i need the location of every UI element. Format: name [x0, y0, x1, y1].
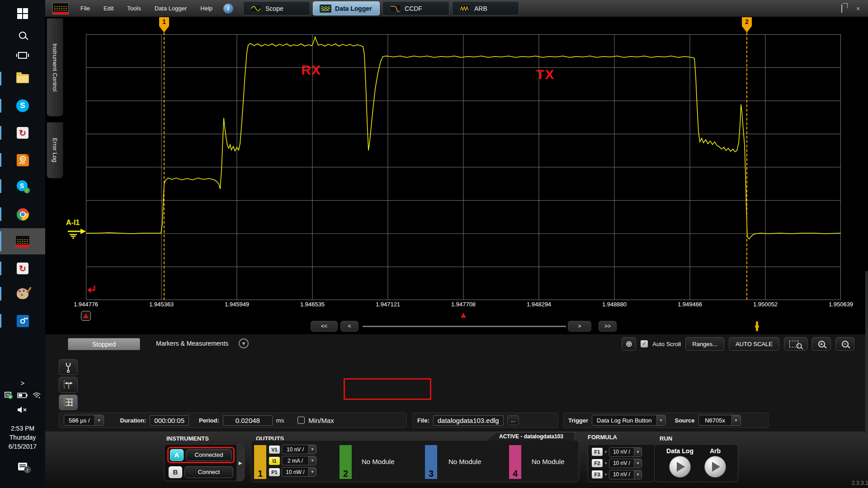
tab-error-log[interactable]: Error Log — [47, 122, 63, 178]
tab-ccdf[interactable]: CCDF — [382, 1, 449, 15]
taskbar-item-pdf-app[interactable]: GPDF — [0, 150, 45, 170]
taskbar-item-chrome[interactable] — [0, 204, 45, 224]
minmax-checkbox[interactable] — [297, 417, 305, 424]
ranges-button[interactable]: Ranges... — [685, 337, 724, 351]
waveform-plot[interactable] — [86, 34, 841, 300]
f3-scale-dropdown[interactable]: 10 nV /▼ — [609, 470, 642, 479]
instrument-a-button[interactable]: A — [170, 449, 184, 461]
i1-scale-dropdown[interactable]: 2 mA /▼ — [282, 456, 316, 465]
sync-app-icon: ↻ — [17, 263, 28, 274]
menu-tools[interactable]: Tools — [127, 5, 141, 12]
tab-scope[interactable]: Scope — [243, 1, 310, 15]
chevron-down-icon[interactable]: ▼ — [604, 450, 608, 454]
file-name-input[interactable]: datalogdata103.edlg — [433, 415, 504, 426]
taskbar-item-benchvue-active[interactable] — [0, 228, 45, 254]
menu-edit[interactable]: Edit — [104, 5, 113, 12]
tab-instrument-control[interactable]: Instrument Control — [47, 18, 63, 117]
markers-dropdown-button[interactable]: ▼ — [239, 338, 249, 348]
taskbar-item-sync-app-2[interactable]: ↻ — [0, 258, 45, 278]
scroll-far-left-button[interactable]: << — [311, 321, 338, 332]
play-icon — [712, 462, 720, 472]
p1-scale-dropdown[interactable]: 10 nW /▼ — [282, 467, 316, 477]
x-tick: 1.945949 — [217, 301, 257, 308]
taskbar-item-paint[interactable] — [0, 284, 45, 304]
table-view-button[interactable] — [59, 394, 78, 410]
chevron-down-icon: ▼ — [241, 341, 246, 346]
arb-run-button[interactable] — [704, 456, 726, 478]
period-input[interactable]: 0.02048 — [223, 415, 273, 426]
v1-scale-dropdown[interactable]: 10 nV /▼ — [282, 445, 316, 454]
menu-data-logger[interactable]: Data Logger — [155, 5, 187, 12]
tab-arb[interactable]: ARB — [452, 1, 519, 15]
chevron-down-icon: ▼ — [731, 415, 741, 425]
instrument-a-status-button[interactable]: Connected — [186, 449, 232, 461]
i1-tag: I1 — [269, 457, 280, 465]
data-log-run-button[interactable] — [669, 456, 691, 478]
chevron-down-icon: ▼ — [94, 415, 104, 425]
instrument-b-button[interactable]: B — [169, 466, 182, 478]
scroll-left-button[interactable]: < — [340, 321, 359, 332]
restore-button[interactable] — [838, 5, 845, 12]
start-button[interactable] — [0, 4, 45, 23]
x-tick: 1.947121 — [368, 301, 408, 308]
chevron-down-icon[interactable]: ▼ — [604, 473, 608, 477]
info-icon[interactable]: i — [223, 4, 233, 14]
dropbox-sync-icon[interactable] — [4, 391, 13, 399]
scope-waveform-icon — [250, 5, 262, 13]
duration-input[interactable]: 000:00:05 — [150, 415, 189, 426]
taskbar-item-file-explorer[interactable] — [0, 69, 45, 89]
data-log-label: Data Log — [666, 447, 693, 455]
f2-scale-dropdown[interactable]: 10 nV /▼ — [609, 459, 642, 468]
action-center-button[interactable]: 2 — [0, 463, 45, 470]
chevron-down-icon: ▼ — [308, 445, 316, 454]
annotation-rx: RX — [293, 62, 329, 78]
marker-settings-button[interactable] — [59, 359, 78, 375]
trace-name-label[interactable]: A-I1 — [66, 219, 80, 227]
browse-button[interactable]: ... — [507, 415, 519, 425]
menu-file[interactable]: File — [80, 5, 90, 12]
volume-muted[interactable] — [0, 405, 45, 415]
taskbar-item-skype-business[interactable]: S✓ — [0, 176, 45, 196]
battery-icon[interactable] — [17, 392, 28, 399]
f2-scale-value: 10 nV / — [609, 459, 634, 468]
auto-scroll-checkbox[interactable]: ✓ — [641, 340, 648, 347]
vertical-scrollbar[interactable] — [865, 271, 868, 434]
scroll-right-button[interactable]: > — [568, 321, 591, 332]
f1-tag: F1 — [592, 448, 603, 456]
markers-tool-button[interactable] — [59, 377, 78, 393]
tab-data-logger[interactable]: Data Logger — [313, 1, 380, 15]
period-unit: ms — [276, 417, 284, 424]
zoom-in-button[interactable]: + — [812, 337, 831, 351]
tray-expand-button[interactable]: > — [0, 377, 45, 389]
f1-scale-dropdown[interactable]: 10 nV /▼ — [609, 447, 642, 457]
instruments-expand-button[interactable]: ▶ — [236, 445, 244, 481]
scroll-thumb[interactable] — [756, 321, 758, 331]
source-dropdown[interactable]: N6705x▼ — [698, 415, 741, 426]
marker-2-flag[interactable]: 2 — [742, 17, 752, 33]
trigger-position-button[interactable] — [81, 311, 91, 321]
chevron-down-icon[interactable]: ▼ — [604, 461, 608, 465]
taskbar-clock[interactable]: 2:53 PM Thursday 6/15/2017 — [0, 424, 45, 451]
wifi-icon[interactable] — [32, 392, 41, 399]
scroll-far-right-button[interactable]: >> — [599, 321, 617, 332]
task-view-button[interactable] — [0, 45, 45, 65]
v1-scale-value: 10 nV / — [282, 445, 308, 454]
trigger-dropdown[interactable]: Data Log Run Button▼ — [592, 415, 665, 426]
active-session-tab[interactable]: ACTIVE - datalogdata103 — [487, 432, 575, 441]
close-button[interactable]: × — [854, 5, 862, 12]
sample-rate-dropdown[interactable]: 586 µs /▼ — [64, 415, 104, 426]
scroll-track[interactable] — [363, 326, 566, 327]
crosshair-button[interactable]: ⊕ — [622, 337, 636, 351]
instrument-b-status-button[interactable]: Connect — [184, 466, 233, 478]
taskbar-item-outlook[interactable]: O — [0, 311, 45, 331]
auto-scale-button[interactable]: AUTO SCALE — [729, 337, 779, 351]
marker-1-flag[interactable]: 1 — [159, 17, 169, 33]
taskbar-item-sync-app[interactable]: ↻ — [0, 123, 45, 143]
marker-1-line[interactable] — [164, 33, 165, 300]
menu-help[interactable]: Help — [200, 5, 212, 12]
zoom-region-button[interactable] — [784, 337, 807, 351]
marker-2-line[interactable] — [746, 33, 747, 300]
taskbar-item-skype[interactable]: S — [0, 96, 45, 116]
search-button[interactable] — [0, 25, 45, 45]
zoom-out-button[interactable]: − — [835, 337, 854, 351]
